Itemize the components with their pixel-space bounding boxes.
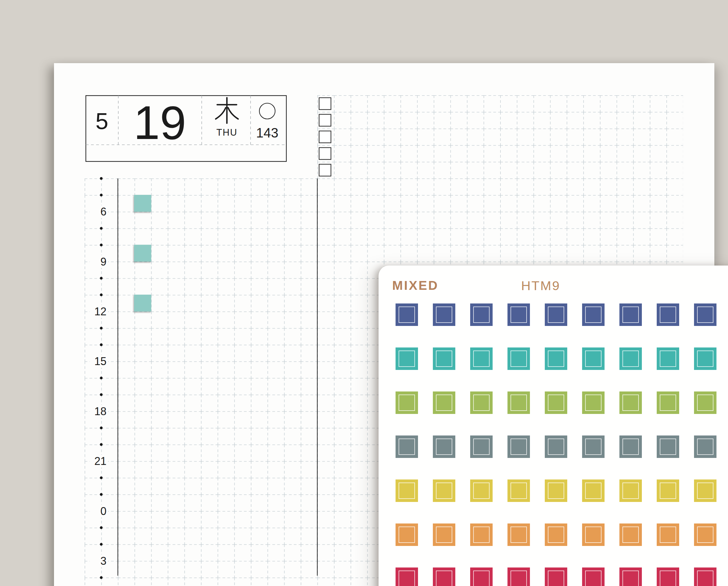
hour-dot: [100, 576, 103, 579]
hour-label: 15: [94, 355, 106, 367]
sticker-teal[interactable]: [470, 348, 493, 370]
sticker-slate-gray[interactable]: [395, 435, 418, 458]
sticker-teal[interactable]: [545, 348, 567, 370]
sticker-crimson[interactable]: [619, 567, 642, 586]
sticker-yellow[interactable]: [694, 480, 717, 502]
sticker-crimson[interactable]: [508, 567, 530, 586]
sticker-blue[interactable]: [694, 303, 717, 326]
hour-label: 21: [94, 455, 106, 467]
sticker-orange[interactable]: [508, 524, 530, 546]
sticker-blue[interactable]: [619, 303, 642, 326]
sticker-crimson[interactable]: [395, 567, 418, 586]
sticker-row-orange: [395, 524, 717, 546]
sticker-green[interactable]: [582, 391, 604, 414]
hour-dot: [100, 443, 103, 446]
sticker-orange[interactable]: [582, 524, 604, 546]
sticker-crimson[interactable]: [582, 567, 604, 586]
sticker-crimson[interactable]: [433, 567, 455, 586]
hour-dot: [100, 393, 103, 396]
sticker-sheet-title: MIXED: [392, 278, 439, 293]
sticker-orange[interactable]: [545, 524, 567, 546]
sticker-yellow[interactable]: [433, 480, 455, 502]
sticker-teal[interactable]: [508, 348, 530, 370]
sticker-slate-gray[interactable]: [545, 435, 567, 458]
hour-label: 3: [100, 555, 106, 567]
hour-dot: [100, 427, 103, 429]
sticker-orange[interactable]: [694, 524, 717, 546]
sticker-green[interactable]: [433, 391, 455, 414]
hour-dot: [100, 543, 103, 545]
sticker-teal[interactable]: [694, 348, 717, 370]
sticker-yellow[interactable]: [619, 480, 642, 502]
todo-checkbox[interactable]: [319, 98, 331, 109]
day-of-year: 143: [256, 125, 278, 140]
sticker-teal[interactable]: [619, 348, 642, 370]
sticker-blue[interactable]: [433, 303, 455, 326]
sticker-yellow[interactable]: [508, 480, 530, 502]
todo-checkbox-column: [319, 98, 331, 176]
sticker-teal[interactable]: [657, 348, 679, 370]
sticker-green[interactable]: [470, 391, 493, 414]
date-header: 5 19 THU 143: [86, 96, 286, 161]
sticker-yellow[interactable]: [582, 480, 604, 502]
hour-label: 0: [100, 505, 106, 517]
hour-dot: [100, 194, 103, 196]
sticker-teal[interactable]: [582, 348, 604, 370]
sticker-sheet: MIXED HTM9: [379, 265, 728, 586]
sticker-slate-gray[interactable]: [582, 435, 604, 458]
sticker-blue[interactable]: [470, 303, 493, 326]
sticker-blue[interactable]: [657, 303, 679, 326]
sticker-teal[interactable]: [395, 348, 418, 370]
todo-checkbox[interactable]: [319, 131, 331, 143]
day-number: 19: [133, 96, 186, 149]
weekday-en: THU: [216, 127, 237, 138]
todo-checkbox[interactable]: [319, 164, 331, 176]
sticker-slate-gray[interactable]: [657, 435, 679, 458]
sticker-yellow[interactable]: [657, 480, 679, 502]
sticker-teal[interactable]: [433, 348, 455, 370]
sticker-crimson[interactable]: [657, 567, 679, 586]
sticker-blue[interactable]: [545, 303, 567, 326]
sticker-green[interactable]: [657, 391, 679, 414]
month-number: 5: [96, 108, 108, 134]
placed-sticker-mint-teal[interactable]: [134, 245, 151, 262]
sticker-crimson[interactable]: [694, 567, 717, 586]
sticker-slate-gray[interactable]: [508, 435, 530, 458]
sticker-slate-gray[interactable]: [694, 435, 717, 458]
sticker-green[interactable]: [619, 391, 642, 414]
placed-sticker-mint-teal[interactable]: [134, 195, 151, 212]
hour-label: 18: [94, 405, 106, 417]
sticker-row-green: [395, 391, 717, 414]
sticker-crimson[interactable]: [470, 567, 493, 586]
hour-dot: [100, 327, 103, 330]
sticker-green[interactable]: [508, 391, 530, 414]
sticker-slate-gray[interactable]: [470, 435, 493, 458]
sticker-green[interactable]: [694, 391, 717, 414]
sticker-slate-gray[interactable]: [433, 435, 455, 458]
sticker-row-slate-gray: [395, 435, 717, 458]
hour-dot: [100, 294, 103, 296]
sticker-orange[interactable]: [657, 524, 679, 546]
sticker-green[interactable]: [545, 391, 567, 414]
sticker-blue[interactable]: [582, 303, 604, 326]
todo-checkbox[interactable]: [319, 148, 331, 159]
placed-sticker-mint-teal[interactable]: [134, 295, 151, 312]
sticker-green[interactable]: [395, 391, 418, 414]
sticker-orange[interactable]: [619, 524, 642, 546]
todo-checkbox[interactable]: [319, 114, 331, 126]
sticker-blue[interactable]: [395, 303, 418, 326]
sticker-yellow[interactable]: [470, 480, 493, 502]
hour-dot: [100, 244, 103, 247]
sticker-slate-gray[interactable]: [619, 435, 642, 458]
sticker-blue[interactable]: [508, 303, 530, 326]
hour-dot: [100, 343, 103, 346]
hour-dot: [100, 177, 103, 180]
sticker-yellow[interactable]: [395, 480, 418, 502]
sticker-orange[interactable]: [433, 524, 455, 546]
sticker-crimson[interactable]: [545, 567, 567, 586]
sticker-row-teal: [395, 348, 717, 370]
sticker-orange[interactable]: [470, 524, 493, 546]
sticker-row-yellow: [395, 480, 717, 502]
sticker-orange[interactable]: [395, 524, 418, 546]
sticker-yellow[interactable]: [545, 480, 567, 502]
